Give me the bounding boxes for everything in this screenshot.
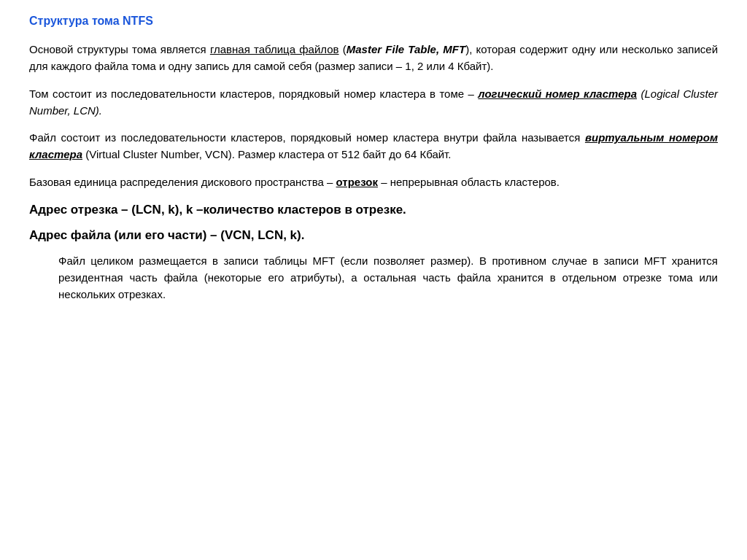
bold-statement-1: Адрес отрезка – (LCN, k), k –количество …	[29, 201, 718, 219]
p3-mid: (Virtual Cluster Number, VCN). Размер кл…	[82, 148, 452, 160]
paragraph-4: Базовая единица распределения дискового …	[29, 174, 718, 190]
p1-text-start: Основой структуры тома является	[29, 43, 210, 55]
indented-paragraph: Файл целиком размещается в записи таблиц…	[58, 252, 718, 303]
p4-end: – непрерывная область кластеров.	[378, 176, 560, 188]
bold-statement-2: Адрес файла (или его части) – (VCN, LCN,…	[29, 226, 718, 245]
p2-underline-bold: логический номер кластера	[478, 88, 637, 100]
paragraph-2: Том состоит из последовательности класте…	[29, 85, 718, 120]
paragraph-3: Файл состоит из последовательности класт…	[29, 129, 718, 163]
p4-underline-bold: отрезок	[336, 176, 378, 188]
p1-bold-italic: Master File Table, MFT	[347, 43, 465, 55]
p1-underline: главная таблица файлов	[210, 43, 339, 55]
paragraph-1: Основой структуры тома является главная …	[29, 41, 718, 75]
p4-text-start: Базовая единица распределения дискового …	[29, 176, 336, 188]
p1-mid: (	[339, 43, 347, 55]
page-title: Структура тома NTFS	[29, 15, 718, 28]
p2-text-start: Том состоит из последовательности класте…	[29, 88, 478, 100]
p3-text-start: Файл состоит из последовательности класт…	[29, 131, 585, 144]
